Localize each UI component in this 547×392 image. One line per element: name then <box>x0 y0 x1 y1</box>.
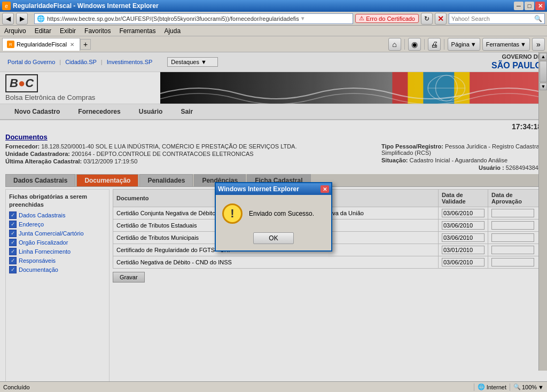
zoom-label: 100% <box>522 384 537 390</box>
page-content: Portal do Governo | Cidadão.SP | Investi… <box>0 52 547 381</box>
menu-ajuda[interactable]: Ajuda <box>162 26 183 36</box>
statusbar-divider-2 <box>510 383 510 391</box>
back-button[interactable]: ◀ <box>2 13 14 25</box>
browser-toolbar: ◀ ▶ 🌐 https://www.bectre.sp.gov.br/CAUFE… <box>0 12 547 26</box>
rss-button[interactable]: ◉ <box>408 38 421 51</box>
dialog-body: ! Enviado com Sucesso. <box>216 195 331 232</box>
dialog-box: Windows Internet Explorer ✕ ! Enviado co… <box>215 182 332 252</box>
extend-button[interactable]: » <box>532 38 545 51</box>
warning-icon-symbol: ! <box>230 207 234 221</box>
menubar: Arquivo Editar Exibir Favoritos Ferramen… <box>0 26 547 36</box>
dialog-buttons: OK <box>216 232 331 250</box>
dialog-message: Enviado com Sucesso. <box>249 210 314 217</box>
menu-arquivo[interactable]: Arquivo <box>2 26 28 36</box>
cert-error-label: Erro do Certificado <box>366 15 415 22</box>
dialog-overlay: Windows Internet Explorer ✕ ! Enviado co… <box>0 52 547 381</box>
search-icon[interactable]: 🔍 <box>534 14 542 23</box>
window-icon: e <box>2 2 11 10</box>
zone-label: Internet <box>487 384 506 390</box>
statusbar-status: Concluído <box>3 384 471 390</box>
new-tab-button[interactable]: + <box>80 39 91 50</box>
dialog-title: Windows Internet Explorer <box>218 185 299 193</box>
statusbar-zone: 🌐 Internet <box>478 383 506 390</box>
menu-favoritos[interactable]: Favoritos <box>82 26 113 36</box>
search-bar[interactable]: 🔍 <box>449 13 545 24</box>
minimize-button[interactable]: ─ <box>514 2 523 10</box>
tab-favicon: R <box>7 41 14 48</box>
statusbar-zoom[interactable]: 🔍 100% ▼ <box>513 383 544 390</box>
forward-button[interactable]: ▶ <box>16 13 28 25</box>
menu-editar[interactable]: Editar <box>33 26 53 36</box>
tab-toolbar: R RegularidadeFiscal ✕ + ⌂ ◉ 🖨 Página ▼ … <box>0 36 547 52</box>
address-text: https://www.bectre.sp.gov.br/CAUFESP/(S(… <box>47 15 299 22</box>
pagina-label: Página <box>451 41 470 48</box>
ferramentas-dropdown-icon: ▼ <box>520 41 526 48</box>
window-controls: ─ □ ✕ <box>514 2 545 10</box>
address-bar[interactable]: 🌐 https://www.bectre.sp.gov.br/CAUFESP/(… <box>34 13 353 24</box>
statusbar-divider-1 <box>474 383 474 391</box>
close-button[interactable]: ✕ <box>535 2 545 10</box>
tab-label: RegularidadeFiscal <box>17 41 67 48</box>
stop-button[interactable]: ✕ <box>435 13 447 25</box>
tab-close-button[interactable]: ✕ <box>69 41 75 48</box>
tab-bar: R RegularidadeFiscal ✕ + <box>2 38 386 51</box>
cert-error-button[interactable]: ⚠ Erro do Certificado <box>355 14 419 23</box>
dialog-close-button[interactable]: ✕ <box>321 185 329 193</box>
print-button[interactable]: 🖨 <box>428 38 441 51</box>
pagina-dropdown[interactable]: Página ▼ <box>448 38 480 51</box>
maximize-button[interactable]: □ <box>525 2 534 10</box>
tab-regularidadefiscal[interactable]: R RegularidadeFiscal ✕ <box>2 38 80 51</box>
warning-icon: ! <box>222 203 243 224</box>
search-input[interactable] <box>451 15 534 22</box>
window-title: RegularidadeFiscal - Windows Internet Ex… <box>13 2 512 10</box>
address-dropdown-icon[interactable]: ▼ <box>300 15 306 21</box>
zoom-dropdown-icon: ▼ <box>538 384 544 390</box>
ferramentas-label: Ferramentas <box>486 41 519 48</box>
menu-ferramentas[interactable]: Ferramentas <box>117 26 158 36</box>
statusbar: Concluído 🌐 Internet 🔍 100% ▼ <box>0 381 547 392</box>
pagina-dropdown-icon: ▼ <box>471 41 476 48</box>
refresh-button[interactable]: ↻ <box>421 13 433 25</box>
zone-icon: 🌐 <box>478 383 485 390</box>
home-button[interactable]: ⌂ <box>388 38 401 51</box>
cert-error-icon: ⚠ <box>359 15 364 22</box>
window-titlebar: e RegularidadeFiscal - Windows Internet … <box>0 0 547 12</box>
dialog-ok-button[interactable]: OK <box>253 232 293 244</box>
toolbar2-right: ⌂ ◉ 🖨 Página ▼ Ferramentas ▼ » <box>388 38 545 51</box>
zoom-icon: 🔍 <box>513 383 521 390</box>
dialog-titlebar: Windows Internet Explorer ✕ <box>216 183 331 195</box>
menu-exibir[interactable]: Exibir <box>58 26 78 36</box>
ferramentas-dropdown[interactable]: Ferramentas ▼ <box>482 38 530 51</box>
